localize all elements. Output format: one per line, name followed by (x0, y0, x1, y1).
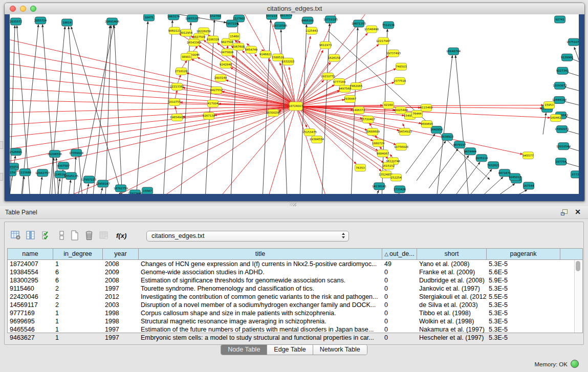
table-panel-body: f(x) citations_edges.txt namein_degreeye… (4, 222, 584, 345)
splitter-notch[interactable] (0, 173, 3, 181)
table-cell: 9115460 (8, 285, 53, 293)
graph-edge (564, 163, 579, 168)
clear-selection-icon[interactable] (57, 230, 67, 240)
graph-node-label: 8186328 (207, 38, 220, 41)
graph-node-label: 10025488 (394, 108, 408, 112)
graph-node-label: 19210772 (321, 75, 335, 78)
table-selector-dropdown[interactable]: citations_edges.txt (146, 231, 349, 242)
graph-node-label: 12010544 (556, 145, 571, 148)
splitter-notch[interactable] (0, 141, 3, 149)
column-header-short[interactable]: short (417, 249, 487, 259)
table-cell: Embryonic stem cells: a model to study s… (139, 334, 382, 342)
float-panel-icon[interactable] (561, 209, 568, 215)
new-table-icon[interactable] (70, 230, 80, 240)
graph-node-label: 10688609 (365, 130, 380, 133)
table-type-tabbar: Node TableEdge TableNetwork Table (0, 344, 588, 356)
table-cell: 0 (382, 325, 417, 334)
table-cell: 0 (382, 276, 417, 285)
graph-node-label: 15992071 (555, 127, 569, 130)
graph-node-label: 1733426 (394, 188, 406, 191)
table-cell: 9699695 (8, 317, 53, 325)
graph-edge (114, 26, 122, 194)
table-settings-icon[interactable] (11, 230, 21, 240)
graph-node-label: 2803144 (214, 76, 227, 79)
tab-node-table[interactable]: Node Table (221, 345, 267, 355)
table-row[interactable]: 1830029562008Estimation of significance … (8, 276, 582, 285)
graph-node-label: 9777169 (333, 80, 346, 83)
table-cell: 5.3E-5 (487, 317, 560, 325)
graph-node-label: 9146821 (259, 53, 272, 56)
import-table-icon (99, 230, 109, 240)
delete-table-icon[interactable] (84, 230, 94, 240)
table-cell: Nakamura et al. (1997) (417, 325, 487, 334)
close-panel-icon[interactable]: ✕ (575, 208, 581, 216)
graph-node-label: 13958167 (96, 182, 110, 185)
window-titlebar[interactable]: citations_edges.txt (5, 3, 584, 15)
vertical-scrollbar[interactable] (574, 260, 582, 333)
table-row[interactable]: 969969511998Structural magnetic resonanc… (8, 317, 582, 325)
table-cell: 22420046 (8, 293, 53, 301)
graph-node-label: 10655287 (185, 17, 200, 20)
graph-node-label: 1626158 (328, 56, 341, 59)
column-header-in_degree[interactable]: in_degree (53, 249, 103, 259)
table-row[interactable]: 2242004622012Investigating the contribut… (8, 293, 582, 301)
column-header-year[interactable]: year (103, 249, 139, 259)
tab-edge-table[interactable]: Edge Table (267, 345, 313, 355)
column-header-out_de[interactable]: △out_de... (382, 249, 417, 259)
graph-node-label: 39159 (10, 171, 15, 174)
table-cell: Investigating the contribution of common… (139, 293, 382, 301)
table-row[interactable]: 1872400712008Changes of HCN gene express… (8, 260, 582, 268)
graph-node-label: 92741 (555, 18, 564, 21)
graph-edge (437, 55, 452, 194)
function-builder-icon[interactable]: f(x) (116, 232, 126, 239)
graph-node-label: 1115686 (19, 171, 32, 174)
scrollbar-thumb[interactable] (576, 261, 580, 271)
table-row[interactable]: 946362711997Embryonic stem cells: a mode… (8, 334, 582, 342)
network-view-window: citations_edges.txt 20355722055724186142… (4, 3, 585, 202)
column-header-title[interactable]: title (139, 249, 382, 259)
graph-node-label: 8427552 (210, 89, 223, 92)
table-cell: Stergiakouli et al. (2012) (417, 293, 487, 301)
table-cell: 5.3E-5 (487, 260, 560, 268)
table-panel-header: Table Panel ✕ (0, 206, 588, 219)
graph-edge (296, 45, 379, 106)
table-selector-value: citations_edges.txt (151, 232, 205, 239)
graph-node-label: 8471670 (498, 171, 511, 174)
table-row[interactable]: 1456911722003Disruption of a novel membe… (8, 301, 582, 309)
table-cell: 1997 (103, 334, 139, 342)
graph-edge (10, 106, 296, 177)
column-header-name[interactable]: name (8, 249, 53, 259)
table-cell: 9463627 (8, 334, 53, 342)
table-row[interactable]: 1938455462009Genome-wide association stu… (8, 268, 582, 276)
graph-node-label: 18475 (144, 16, 154, 19)
table-cell: Jankovic et al. (1997) (417, 285, 487, 293)
graph-edge (10, 61, 296, 106)
citation-network-graph[interactable]: 2035572205572418614206914061847516631741… (10, 14, 579, 194)
network-canvas[interactable]: 2035572205572418614206914061847516631741… (10, 14, 579, 194)
graph-node-label: 2936447 (344, 97, 357, 100)
graph-node-label: 9860123 (168, 29, 181, 32)
select-all-icon[interactable] (41, 230, 52, 240)
tab-network-table[interactable]: Network Table (313, 345, 367, 355)
graph-node-label: 19654903 (170, 116, 184, 119)
column-header-pagerank[interactable]: pagerank (487, 249, 560, 259)
graph-edge (403, 124, 405, 129)
memory-status-led[interactable] (571, 360, 579, 368)
graph-node-label: 12923446 (128, 192, 142, 194)
table-cell: 1 (53, 309, 103, 317)
show-columns-icon[interactable] (26, 230, 36, 240)
table-row[interactable]: 911546021997Tourette syndrome. Phenomeno… (8, 285, 582, 293)
table-row[interactable]: 946554611997Estimation of the future num… (8, 325, 582, 334)
table-cell: Franke et al. (2009) (417, 268, 487, 276)
graph-node-label: 1125443 (306, 29, 318, 32)
table-cell: 1997 (103, 325, 139, 334)
table-cell: 19384554 (8, 268, 53, 276)
graph-node-label: 1810755 (168, 100, 181, 103)
table-cell: 1997 (103, 285, 139, 293)
graph-node-label: 9827508 (221, 40, 234, 43)
panel-splitter-grip[interactable] (290, 203, 296, 206)
table-row[interactable]: 977716911998Corpus callosum shape and si… (8, 309, 582, 317)
table-cell: 0 (382, 293, 417, 301)
table-cell: Hescheler et al. (1997) (417, 334, 487, 342)
graph-node-label: 9699695 (421, 122, 433, 125)
